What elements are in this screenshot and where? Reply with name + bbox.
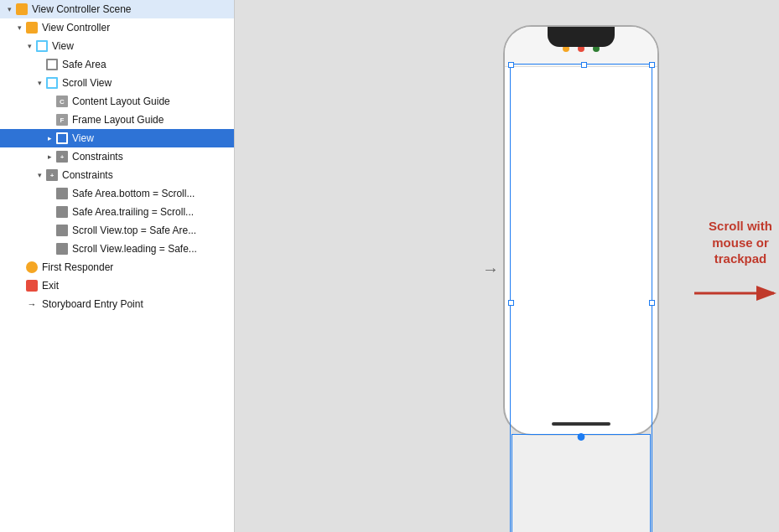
sidebar-item-c2[interactable]: Safe Area.trailing = Scroll... [0,203,234,221]
constraints-1-label: Constraints [72,151,123,163]
scroll-content-overflow [512,434,651,532]
frame-layout-icon: F [55,113,69,127]
entry-icon: → [25,297,39,311]
c2-icon [55,205,69,219]
c3-icon [55,224,69,237]
sidebar: View Controller Scene View Controller Vi… [0,0,235,532]
constraints-2-icon: + [45,168,59,182]
sidebar-item-scene[interactable]: View Controller Scene [0,0,234,18]
c4-label: Scroll View.leading = Safe... [72,243,197,255]
phone-left-body [503,25,659,436]
sidebar-item-c4[interactable]: Scroll View.leading = Safe... [0,240,234,258]
scene-label: View Controller Scene [32,3,132,15]
sidebar-item-content-layout[interactable]: C Content Layout Guide [0,92,234,111]
phone-left-notch [548,27,615,47]
phone-left-home-bar [552,422,610,426]
scroll-dot-bottom [578,433,585,441]
safe-area-label: Safe Area [62,59,106,70]
sidebar-item-constraints-2[interactable]: + Constraints [0,166,234,184]
sidebar-item-scroll-view[interactable]: Scroll View [0,74,234,92]
disclosure-scroll-view[interactable] [34,77,45,89]
canvas: → Scroll [235,0,779,532]
disclosure-constraints-2[interactable] [34,169,45,181]
disclosure-scene[interactable] [3,3,15,15]
sidebar-item-c1[interactable]: Safe Area.bottom = Scroll... [0,184,234,203]
disclosure-view-child[interactable] [44,132,55,144]
c1-icon [55,187,69,200]
exit-label: Exit [42,280,59,292]
sidebar-item-view-root[interactable]: View [0,37,234,55]
first-responder-label: First Responder [42,261,113,273]
c1-label: Safe Area.bottom = Scroll... [72,188,195,199]
c4-icon [55,242,69,256]
handle-ml [508,300,514,306]
view-child-label: View [72,132,94,144]
exit-icon [25,279,39,292]
disclosure-view-root[interactable] [23,40,35,52]
handle-tl [508,62,514,68]
sidebar-item-entry[interactable]: → Storyboard Entry Point [0,295,234,313]
view-root-label: View [52,40,74,52]
sidebar-item-vc[interactable]: View Controller [0,18,234,37]
scroll-text: Scroll with mouse or trackpad [694,218,779,267]
disclosure-vc[interactable] [13,22,25,34]
content-layout-icon: C [55,95,69,108]
scroll-view-icon [45,76,59,90]
sidebar-item-first-responder[interactable]: First Responder [0,258,234,276]
content-layout-label: Content Layout Guide [72,96,170,107]
first-responder-icon [25,261,39,274]
sidebar-item-exit[interactable]: Exit [0,276,234,295]
safe-area-icon [45,58,59,71]
sidebar-item-c3[interactable]: Scroll View.top = Safe Are... [0,221,234,240]
constraints-1-icon: + [55,150,69,163]
c2-label: Safe Area.trailing = Scroll... [72,206,194,218]
sidebar-item-view-child[interactable]: View [0,129,234,147]
sidebar-item-frame-layout[interactable]: F Frame Layout Guide [0,111,234,129]
sidebar-item-safe-area[interactable]: Safe Area [0,55,234,74]
entry-label: Storyboard Entry Point [42,298,143,310]
handle-tc [581,62,587,68]
red-arrow [694,281,779,306]
view-child-icon [55,132,69,145]
handle-mr [649,300,655,306]
disclosure-constraints-1[interactable] [44,151,55,163]
constraints-2-label: Constraints [62,169,113,181]
view-root-icon [35,39,49,53]
scroll-view-label: Scroll View [62,77,112,89]
vc-icon [25,21,39,34]
handle-tr [649,62,655,68]
scene-icon [15,3,29,16]
frame-layout-label: Frame Layout Guide [72,114,164,126]
entry-point-arrow: → [482,260,499,279]
vc-label: View Controller [42,22,110,34]
c3-label: Scroll View.top = Safe Are... [72,225,196,236]
sidebar-item-constraints-1[interactable]: + Constraints [0,147,234,166]
phone-left-container [503,25,659,436]
